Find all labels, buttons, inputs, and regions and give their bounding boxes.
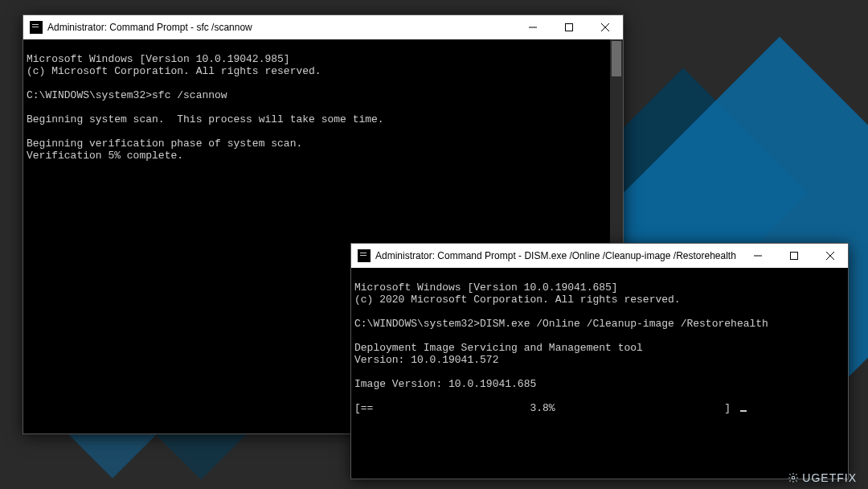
term-line: Version: 10.0.19041.572 [354,354,498,366]
term-line: C:\WINDOWS\system32>DISM.exe /Online /Cl… [354,318,768,330]
term-line: Verification 5% complete. [27,150,183,162]
maximize-button[interactable] [776,244,812,268]
minimize-button[interactable] [739,244,776,268]
window-title: Administrator: Command Prompt - DISM.exe… [375,250,736,261]
term-line: Image Version: 10.0.19041.685 [354,378,536,390]
titlebar[interactable]: Administrator: Command Prompt - DISM.exe… [351,244,848,268]
close-button[interactable] [587,15,623,39]
gear-icon [788,472,799,483]
cmd-icon [358,249,371,262]
term-line: (c) Microsoft Corporation. All rights re… [27,65,321,77]
term-line: Microsoft Windows [Version 10.0.19042.98… [27,53,290,65]
term-line: Microsoft Windows [Version 10.0.19041.68… [354,281,618,294]
term-line: [== 3.8% ] [354,402,747,414]
cmd-icon [30,21,43,34]
svg-rect-5 [790,253,797,260]
maximize-button[interactable] [551,15,587,39]
term-line: Deployment Image Servicing and Managemen… [354,342,643,354]
close-button[interactable] [812,244,848,268]
minimize-button[interactable] [514,15,551,39]
svg-point-8 [792,476,796,479]
cmd-window-dism: Administrator: Command Prompt - DISM.exe… [350,243,849,479]
scrollbar-thumb[interactable] [612,41,621,76]
watermark: UGETFIX [788,471,857,484]
term-line: Beginning verification phase of system s… [27,138,302,150]
cursor-icon [740,410,747,412]
term-line: Beginning system scan. This process will… [27,113,384,125]
terminal-output[interactable]: Microsoft Windows [Version 10.0.19041.68… [351,268,848,479]
titlebar[interactable]: Administrator: Command Prompt - sfc /sca… [23,15,623,39]
svg-rect-1 [565,24,572,31]
term-line: C:\WINDOWS\system32>sfc /scannow [27,89,227,101]
window-title: Administrator: Command Prompt - sfc /sca… [47,22,252,33]
term-line: (c) 2020 Microsoft Corporation. All righ… [354,294,681,306]
watermark-text: UGETFIX [802,471,857,484]
